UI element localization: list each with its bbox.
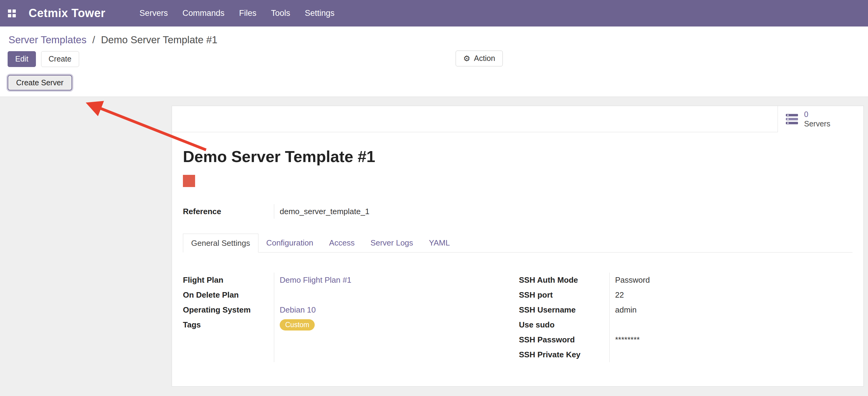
create-server-button[interactable]: Create Server xyxy=(8,75,72,91)
action-buttons-row: Edit Create ⚙ Action xyxy=(0,48,868,71)
flight-plan-label: Flight Plan xyxy=(183,273,274,288)
tab-server-logs[interactable]: Server Logs xyxy=(363,233,421,252)
right-values-column: Password 22 admin ******** xyxy=(609,273,852,362)
tab-access[interactable]: Access xyxy=(321,233,363,252)
ssh-port-value: 22 xyxy=(615,290,624,300)
header-buttons-row: Create Server xyxy=(0,71,868,97)
notebook-tabs: General Settings Configuration Access Se… xyxy=(183,233,852,253)
stat-value: 0 xyxy=(804,110,808,118)
breadcrumb: Server Templates / Demo Server Template … xyxy=(0,27,868,48)
gear-icon: ⚙ xyxy=(463,55,470,62)
stat-text: 0 Servers xyxy=(804,110,830,129)
reference-label: Reference xyxy=(183,204,274,219)
flight-plan-value[interactable]: Demo Flight Plan #1 xyxy=(280,275,351,285)
on-delete-plan-label: On Delete Plan xyxy=(183,288,274,303)
general-left-group: Flight Plan On Delete Plan Operating Sys… xyxy=(183,273,519,362)
general-settings-content: Flight Plan On Delete Plan Operating Sys… xyxy=(183,273,852,362)
form-sheet: 0 Servers Demo Server Template #1 Refere… xyxy=(172,106,864,387)
ssh-auth-mode-label: SSH Auth Mode xyxy=(519,273,609,288)
menu-item-settings[interactable]: Settings xyxy=(305,8,335,18)
action-dropdown-button[interactable]: ⚙ Action xyxy=(456,51,503,66)
ssh-auth-mode-value: Password xyxy=(615,275,650,285)
left-values-column: Demo Flight Plan #1 Debian 10 Custom xyxy=(274,273,519,362)
menu-item-servers[interactable]: Servers xyxy=(140,8,168,18)
reference-field-row: Reference demo_server_template_1 xyxy=(183,204,852,219)
ssh-username-value: admin xyxy=(615,305,637,315)
menu-item-files[interactable]: Files xyxy=(239,8,256,18)
tab-general-settings[interactable]: General Settings xyxy=(183,234,258,253)
tag-custom[interactable]: Custom xyxy=(280,319,315,331)
content-area: 0 Servers Demo Server Template #1 Refere… xyxy=(0,97,868,393)
control-panel: Server Templates / Demo Server Template … xyxy=(0,27,868,97)
stat-label: Servers xyxy=(804,119,830,128)
tab-configuration[interactable]: Configuration xyxy=(258,233,321,252)
breadcrumb-server-templates[interactable]: Server Templates xyxy=(8,34,87,46)
ssh-port-label: SSH port xyxy=(519,288,609,303)
tab-yaml[interactable]: YAML xyxy=(421,233,458,252)
edit-button[interactable]: Edit xyxy=(8,51,36,67)
color-swatch[interactable] xyxy=(183,175,195,187)
menu-item-tools[interactable]: Tools xyxy=(271,8,290,18)
sheet-body: Demo Server Template #1 Reference demo_s… xyxy=(172,147,863,362)
servers-stat-button[interactable]: 0 Servers xyxy=(778,106,863,132)
operating-system-label: Operating System xyxy=(183,303,274,317)
breadcrumb-current-record: Demo Server Template #1 xyxy=(101,34,218,46)
top-navbar: Cetmix Tower Servers Commands Files Tool… xyxy=(0,0,868,27)
action-button-label: Action xyxy=(474,54,495,63)
right-labels-column: SSH Auth Mode SSH port SSH Username Use … xyxy=(519,273,609,362)
reference-value: demo_server_template_1 xyxy=(274,204,852,219)
left-labels-column: Flight Plan On Delete Plan Operating Sys… xyxy=(183,273,274,362)
ssh-private-key-label: SSH Private Key xyxy=(519,347,609,362)
ssh-username-label: SSH Username xyxy=(519,303,609,317)
breadcrumb-separator: / xyxy=(92,34,95,46)
create-button[interactable]: Create xyxy=(41,51,79,67)
ssh-password-value: ******** xyxy=(615,335,640,344)
menu-item-commands[interactable]: Commands xyxy=(182,8,224,18)
servers-icon xyxy=(785,113,799,125)
main-menu: Servers Commands Files Tools Settings xyxy=(140,8,335,18)
operating-system-value[interactable]: Debian 10 xyxy=(280,305,316,315)
ssh-password-label: SSH Password xyxy=(519,332,609,347)
general-right-group: SSH Auth Mode SSH port SSH Username Use … xyxy=(519,273,852,362)
stat-button-strip: 0 Servers xyxy=(172,106,863,132)
apps-grid-icon[interactable] xyxy=(8,9,16,17)
record-title: Demo Server Template #1 xyxy=(183,147,852,166)
app-brand[interactable]: Cetmix Tower xyxy=(29,7,105,20)
tags-label: Tags xyxy=(183,317,274,332)
use-sudo-label: Use sudo xyxy=(519,317,609,332)
